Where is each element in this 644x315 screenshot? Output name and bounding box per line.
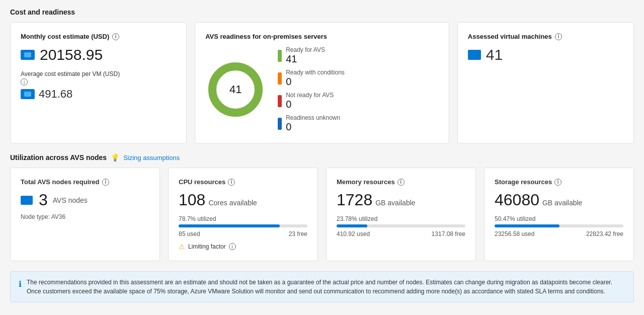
legend-label-conditions: Ready with conditions [286, 69, 345, 76]
bulb-icon: 💡 [111, 153, 119, 162]
legend-dot-unknown [278, 118, 282, 130]
footer-text: The recommendations provided in this ass… [27, 278, 625, 296]
legend-count-ready: 41 [286, 53, 325, 65]
cpu-card: CPU resources i 108 Cores available 78.7… [168, 168, 318, 261]
memory-info-icon[interactable]: i [397, 179, 405, 186]
legend-count-notready: 0 [286, 99, 334, 110]
footer-info-icon: ℹ [19, 278, 22, 290]
nodes-info-icon[interactable]: i [102, 179, 109, 186]
cpu-utilized-pct: 78.7% utilized [179, 215, 307, 222]
assessed-vms-count: 41 [486, 46, 503, 63]
storage-info-icon[interactable]: i [554, 179, 561, 186]
limiting-factor-row: ⚠ Limiting factor i [179, 243, 307, 251]
avs-legend-list: Ready for AVS 41 Ready with conditions 0… [278, 46, 345, 133]
section2-title: Utilization across AVS nodes [10, 153, 107, 162]
memory-used-free-row: 410.92 used 1317.08 free [337, 230, 465, 238]
section2-cards-row: Total AVS nodes required i 3 AVS nodes N… [10, 168, 634, 261]
memory-free: 1317.08 free [432, 230, 465, 238]
cpu-card-title: CPU resources i [179, 178, 307, 186]
storage-card: Storage resources i 46080 GB available 5… [484, 168, 634, 261]
legend-dot-notready [278, 95, 282, 107]
memory-big-num: 1728 [337, 191, 372, 209]
storage-used: 23256.58 used [495, 230, 534, 238]
memory-used: 410.92 used [337, 230, 370, 238]
monthly-cost-value: 20158.95 [40, 46, 103, 63]
cpu-used: 85 used [179, 230, 200, 238]
cpu-unit: Cores available [208, 199, 257, 207]
section1-title: Cost and readiness [10, 8, 634, 16]
monthly-cost-title: Monthly cost estimate (USD) i [21, 33, 176, 40]
limiting-factor-info-icon[interactable]: i [229, 243, 236, 250]
nodes-count-row: 3 AVS nodes [21, 191, 149, 209]
avs-readiness-title: AVS readiness for on-premises servers [205, 33, 439, 40]
legend-label-unknown: Readiness unknown [286, 114, 340, 121]
sizing-assumptions-link[interactable]: Sizing assumptions [123, 154, 180, 162]
monthly-cost-card: Monthly cost estimate (USD) i 20158.95 A… [10, 22, 187, 143]
limiting-factor-label: Limiting factor [188, 243, 226, 250]
legend-item-unknown: Readiness unknown 0 [278, 114, 345, 133]
avg-cost-value-row: 491.68 [21, 88, 176, 101]
avs-readiness-content: 41 Ready for AVS 41 Ready with condition… [205, 46, 439, 133]
storage-utilized-pct: 50.47% utilized [495, 215, 623, 222]
legend-item-ready: Ready for AVS 41 [278, 46, 345, 65]
legend-info-conditions: Ready with conditions 0 [286, 69, 345, 88]
donut-chart: 41 [205, 59, 266, 120]
footer-info-bar: ℹ The recommendations provided in this a… [10, 271, 634, 302]
storage-progress-bar-wrap [495, 224, 623, 227]
memory-utilized-pct: 23.78% utilized [337, 215, 465, 222]
nodes-unit: AVS nodes [53, 196, 88, 204]
node-icon [21, 196, 33, 205]
warning-icon: ⚠ [179, 243, 185, 251]
legend-dot-ready [278, 50, 282, 62]
assessed-vms-count-row: 41 [468, 46, 623, 63]
memory-unit: GB available [375, 199, 415, 207]
avg-cost-icon [21, 89, 35, 99]
monthly-cost-value-row: 20158.95 [21, 46, 176, 63]
legend-info-ready: Ready for AVS 41 [286, 46, 325, 65]
cpu-info-icon[interactable]: i [228, 179, 235, 186]
legend-label-ready: Ready for AVS [286, 46, 325, 53]
cpu-big-num: 108 [179, 191, 205, 209]
memory-progress-bar-wrap [337, 224, 465, 227]
cpu-progress-bar-wrap [179, 224, 307, 227]
legend-count-conditions: 0 [286, 76, 345, 88]
memory-card-title: Memory resources i [337, 178, 465, 186]
avg-cost-value: 491.68 [39, 88, 72, 101]
monthly-cost-label: Monthly cost estimate (USD) [21, 33, 109, 40]
vm-icon [468, 50, 481, 60]
donut-center-value: 41 [229, 83, 242, 96]
avg-cost-info-icon[interactable]: i [21, 78, 28, 86]
nodes-card: Total AVS nodes required i 3 AVS nodes N… [10, 168, 160, 261]
avg-cost-label: Average cost estimate per VM (USD) [21, 70, 176, 77]
memory-card: Memory resources i 1728 GB available 23.… [326, 168, 476, 261]
nodes-count: 3 [39, 191, 48, 209]
storage-used-free-row: 23256.58 used 22823.42 free [495, 230, 623, 238]
storage-count-row: 46080 GB available [495, 191, 623, 209]
storage-unit: GB available [542, 199, 582, 207]
legend-item-conditions: Ready with conditions 0 [278, 69, 345, 88]
cpu-used-free-row: 85 used 23 free [179, 230, 307, 238]
cost-icon [21, 50, 35, 60]
assessed-vms-card: Assessed virtual machines i 41 [457, 22, 634, 143]
cpu-free: 23 free [289, 230, 307, 238]
storage-big-num: 46080 [495, 191, 539, 209]
section2-header: Utilization across AVS nodes 💡 Sizing as… [10, 153, 634, 162]
legend-dot-conditions [278, 72, 282, 85]
cpu-progress-bar [179, 224, 280, 227]
assessed-vms-info-icon[interactable]: i [555, 33, 562, 40]
nodes-card-title: Total AVS nodes required i [21, 178, 149, 186]
storage-progress-bar [495, 224, 559, 227]
legend-item-notready: Not ready for AVS 0 [278, 92, 345, 110]
legend-label-notready: Not ready for AVS [286, 92, 334, 99]
storage-free: 22823.42 free [586, 230, 623, 238]
memory-progress-bar [337, 224, 367, 227]
section1-cards-row: Monthly cost estimate (USD) i 20158.95 A… [10, 22, 634, 143]
monthly-cost-info-icon[interactable]: i [112, 33, 119, 40]
legend-info-unknown: Readiness unknown 0 [286, 114, 340, 133]
memory-count-row: 1728 GB available [337, 191, 465, 209]
avs-readiness-card: AVS readiness for on-premises servers 41… [195, 22, 449, 143]
legend-count-unknown: 0 [286, 121, 340, 133]
assessed-vms-title: Assessed virtual machines i [468, 33, 623, 40]
cpu-count-row: 108 Cores available [179, 191, 307, 209]
legend-info-notready: Not ready for AVS 0 [286, 92, 334, 110]
